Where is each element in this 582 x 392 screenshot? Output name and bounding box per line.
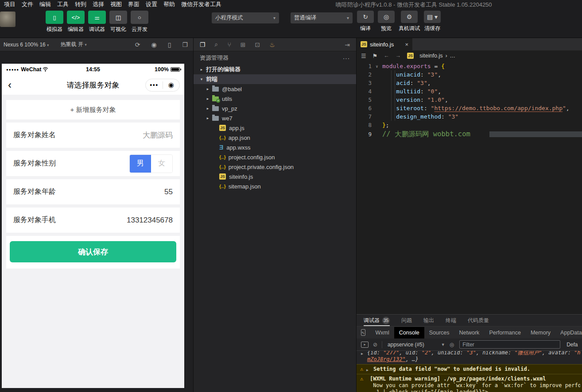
component-icon[interactable]: ⊡ <box>255 41 260 48</box>
code-area[interactable]: 1∨module.exports = {2 uniacid: "3",3 aci… <box>357 61 582 139</box>
miniprogram-capsule[interactable]: ●●● ◉ <box>145 79 180 92</box>
tree-item[interactable]: ▸we7 <box>194 113 356 123</box>
expand-caret-icon[interactable]: ▶ <box>361 351 363 357</box>
code-text: design_method: "3" <box>382 113 458 120</box>
breadcrumb-more[interactable]: … <box>450 53 456 59</box>
expand-caret-icon[interactable]: ▶ <box>366 367 369 373</box>
field-value[interactable]: 13312345678 <box>127 216 173 225</box>
menu-item-9[interactable]: 帮助 <box>160 0 178 9</box>
search-icon[interactable]: ⌕ <box>215 41 218 48</box>
bookmark-icon[interactable]: ⚑ <box>372 53 378 59</box>
extensions-icon[interactable]: ⊞ <box>241 41 246 48</box>
tree-item[interactable]: {..}project.private.config.json <box>194 162 356 172</box>
tool-cloud-button[interactable]: ○云开发 <box>131 11 148 33</box>
tool-phone-button[interactable]: ▯模拟器 <box>46 11 63 33</box>
menu-item-8[interactable]: 设置 <box>143 0 160 9</box>
devtools-tab-memory[interactable]: Memory <box>526 327 555 338</box>
tree-item[interactable]: JSapp.js <box>194 123 356 133</box>
hot-reload-select[interactable]: 热重载 开 ▾ <box>61 41 87 48</box>
gender-option-男[interactable]: 男 <box>130 155 151 173</box>
debugger-tab[interactable]: 问题 <box>401 315 412 326</box>
devtools-tab-appdata[interactable]: AppData <box>555 327 582 338</box>
tool-sliders-button[interactable]: ⚌调试器 <box>88 11 106 33</box>
tree-section[interactable]: ▾前端 <box>194 74 356 84</box>
files-icon[interactable]: ❐ <box>200 41 206 48</box>
mode-select[interactable]: 小程序模式 ▾ <box>212 12 279 23</box>
outline-icon[interactable]: ☰ <box>361 53 366 59</box>
device-select[interactable]: Nexus 6 100% 16 ▾ <box>4 42 49 48</box>
devtools-tab-sources[interactable]: Sources <box>424 327 454 338</box>
debugger-tab[interactable]: 调试器35 <box>364 315 390 326</box>
debugger-tab[interactable]: 代码质量 <box>468 315 489 326</box>
tree-item[interactable]: ▸+utils <box>194 94 356 104</box>
restart-icon[interactable]: ⟳ <box>135 41 140 48</box>
compile-select[interactable]: 普通编译 ▾ <box>291 12 353 23</box>
eye-icon[interactable]: ◎ <box>450 342 454 348</box>
tab-siteinfo[interactable]: JS siteinfo.js × <box>357 38 412 50</box>
filter-input[interactable] <box>459 340 560 349</box>
more-dots-icon[interactable]: ●●● <box>146 83 163 87</box>
editor-panel: JS siteinfo.js × ☰ ⚑ ← → JS siteinfo.js … <box>357 38 582 392</box>
gender-option-女[interactable]: 女 <box>151 155 172 173</box>
tool-code-button[interactable]: </>编辑器 <box>67 11 85 33</box>
line-number: 1 <box>357 63 372 69</box>
tree-item[interactable]: Ǝapp.wxss <box>194 142 356 152</box>
show-sidebar-icon[interactable]: ▸ <box>361 342 369 348</box>
console-message-body: {id: "277", uid: "2", uniacid: "3", nick… <box>367 351 580 363</box>
gender-toggle: 男女 <box>129 154 173 173</box>
clear-console-icon[interactable]: ⊘ <box>373 342 377 348</box>
tree-item[interactable]: ▸vp_pz <box>194 104 356 113</box>
tree-section[interactable]: ▸打开的编辑器 <box>194 65 356 74</box>
debugger-tab[interactable]: 输出 <box>423 315 434 326</box>
menu-item-7[interactable]: 界面 <box>125 0 143 9</box>
devtools-tab-console[interactable]: Console <box>394 327 424 338</box>
field-value[interactable]: 大鹏源码 <box>143 130 173 140</box>
collapse-panel-icon[interactable]: ⇥ <box>345 41 350 48</box>
menu-item-5[interactable]: 选择 <box>89 0 107 9</box>
record-icon[interactable]: ◉ <box>151 41 157 48</box>
confirm-save-button[interactable]: 确认保存 <box>10 241 176 262</box>
navigate-forward-icon[interactable]: → <box>396 53 401 59</box>
log-levels-select[interactable]: Defa <box>566 342 578 348</box>
context-select[interactable]: appservice (#5) ▼ <box>388 342 445 348</box>
close-target-icon[interactable]: ◉ <box>163 81 180 89</box>
menu-item-4[interactable]: 转到 <box>72 0 89 9</box>
menu-item-10[interactable]: 微信开发者工具 <box>178 0 225 9</box>
layers-action-button[interactable]: ▤ ▾清缓存 <box>424 11 441 32</box>
breadcrumb-file[interactable]: JS siteinfo.js › … <box>407 53 455 59</box>
more-actions-icon[interactable]: ··· <box>343 55 350 61</box>
folder-icon <box>212 87 219 92</box>
source-control-icon[interactable]: ⑂ <box>227 41 231 48</box>
add-service-target-button[interactable]: + 新增服务对象 <box>6 100 180 119</box>
tree-item[interactable]: {..}app.json <box>194 133 356 142</box>
devtools-tab-network[interactable]: Network <box>454 327 485 338</box>
refresh-action-button[interactable]: ↻编译 <box>357 11 374 32</box>
menu-item-2[interactable]: 编辑 <box>36 0 54 9</box>
devtools-tab-wxml[interactable]: Wxml <box>371 327 394 338</box>
menu-item-1[interactable]: 文件 <box>19 0 36 9</box>
layers-icon: ▤ ▾ <box>424 11 441 23</box>
close-icon[interactable]: × <box>405 41 408 48</box>
field-value[interactable]: 55 <box>164 188 173 196</box>
devtools-tab-performance[interactable]: Performance <box>484 327 526 338</box>
detach-window-icon[interactable]: ❐ <box>182 41 188 48</box>
eye-action-button[interactable]: ◎预览 <box>378 11 395 32</box>
menu-item-0[interactable]: 项目 <box>1 0 19 9</box>
rotate-phone-icon[interactable]: ▯ <box>168 41 171 48</box>
tree-item[interactable]: {..}project.config.json <box>194 152 356 162</box>
debugger-tab[interactable]: 终端 <box>446 315 456 326</box>
tree-item-label: @babel <box>222 86 242 92</box>
bug-action-button[interactable]: ⚙真机调试 <box>399 11 420 32</box>
tree-item[interactable]: ▸@babel <box>194 84 356 94</box>
tree-item[interactable]: {..}sitemap.json <box>194 181 356 191</box>
menu-item-6[interactable]: 视图 <box>107 0 125 9</box>
tree-caret-icon: ▾ <box>199 77 204 81</box>
teapot-icon[interactable]: ♨ <box>269 41 275 48</box>
inspect-element-icon[interactable]: ⇖ <box>361 329 365 336</box>
menu-item-3[interactable]: 工具 <box>54 0 72 9</box>
chevron-down-icon: ▾ <box>85 42 87 47</box>
navigate-back-icon[interactable]: ← <box>384 53 389 59</box>
refresh-icon: ↻ <box>357 11 374 23</box>
tree-item[interactable]: JSsiteinfo.js <box>194 172 356 181</box>
tool-layout-button[interactable]: ◫可视化 <box>109 11 127 33</box>
